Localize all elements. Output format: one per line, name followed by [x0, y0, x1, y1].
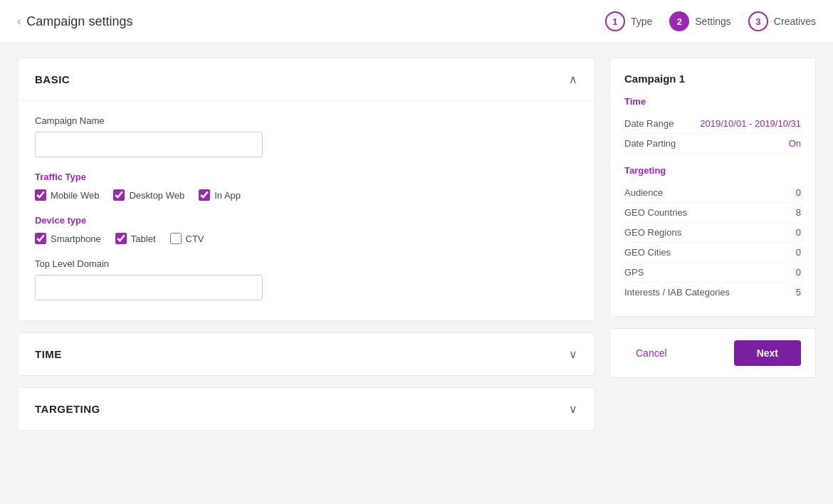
summary-card: Campaign 1 Time Date Range 2019/10/01 - …	[609, 58, 816, 317]
basic-section-body: Campaign Name Traffic Type Mobile Web De…	[18, 101, 594, 320]
basic-section: BASIC ∧ Campaign Name Traffic Type Mobil…	[17, 58, 595, 321]
basic-section-header[interactable]: BASIC ∧	[18, 58, 594, 101]
summary-date-range-key: Date Range	[624, 118, 674, 129]
page: ‹ Campaign settings 1 Type 2 Settings	[0, 0, 833, 504]
basic-chevron-up-icon: ∧	[569, 73, 577, 86]
summary-date-range-row: Date Range 2019/10/01 - 2019/10/31	[624, 114, 801, 134]
summary-geo-regions-row: GEO Regions 0	[624, 223, 801, 243]
traffic-type-in-app[interactable]: In App	[199, 189, 241, 201]
step-3[interactable]: 3 Creatives	[748, 11, 816, 31]
time-chevron-down-icon: ∨	[569, 347, 577, 361]
time-section-title: TIME	[35, 348, 62, 360]
time-section: TIME ∨	[17, 332, 595, 376]
mobile-web-label: Mobile Web	[51, 190, 99, 201]
step-3-circle: 3	[748, 11, 768, 31]
summary-iab-key: Interests / IAB Categories	[624, 287, 730, 298]
step-2-label: Settings	[695, 16, 731, 27]
summary-gps-value: 0	[796, 267, 801, 278]
next-button[interactable]: Next	[734, 340, 801, 366]
summary-audience-key: Audience	[624, 187, 663, 198]
step-1-label: Type	[631, 16, 652, 27]
in-app-checkbox[interactable]	[199, 189, 210, 201]
step-2[interactable]: 2 Settings	[669, 11, 731, 31]
right-panel: Campaign 1 Time Date Range 2019/10/01 - …	[609, 58, 816, 490]
campaign-name-label: Campaign Name	[35, 115, 577, 126]
targeting-section-header[interactable]: TARGETING ∨	[18, 388, 594, 430]
action-card: Cancel Next	[609, 328, 816, 378]
top-level-domain-input[interactable]	[35, 275, 263, 300]
step-1[interactable]: 1 Type	[605, 11, 652, 31]
back-button[interactable]: ‹	[17, 15, 21, 28]
top-level-domain-field: Top Level Domain	[35, 258, 577, 300]
tablet-label: Tablet	[131, 233, 156, 244]
summary-iab-row: Interests / IAB Categories 5	[624, 283, 801, 302]
summary-gps-row: GPS 0	[624, 263, 801, 283]
page-title: Campaign settings	[26, 14, 132, 29]
summary-date-parting-key: Date Parting	[624, 138, 676, 149]
summary-date-parting-value: On	[789, 138, 801, 149]
header: ‹ Campaign settings 1 Type 2 Settings	[0, 0, 833, 43]
summary-geo-countries-row: GEO Countries 8	[624, 203, 801, 223]
steps-nav: 1 Type 2 Settings 3 Creatives	[605, 11, 816, 31]
time-section-header[interactable]: TIME ∨	[18, 333, 594, 375]
summary-targeting-label: Targeting	[624, 165, 801, 176]
summary-audience-value: 0	[796, 187, 801, 198]
summary-geo-cities-key: GEO Cities	[624, 247, 671, 258]
summary-geo-cities-value: 0	[796, 247, 801, 258]
ctv-checkbox[interactable]	[170, 233, 182, 244]
mobile-web-checkbox[interactable]	[35, 189, 46, 201]
device-type-group: Smartphone Tablet CTV	[35, 233, 577, 244]
summary-time-label: Time	[624, 96, 801, 107]
device-type-label: Device type	[35, 215, 577, 226]
header-left: ‹ Campaign settings	[17, 14, 132, 29]
main-content: BASIC ∧ Campaign Name Traffic Type Mobil…	[0, 43, 833, 504]
summary-geo-countries-key: GEO Countries	[624, 207, 687, 218]
in-app-label: In App	[214, 190, 241, 201]
traffic-type-desktop-web[interactable]: Desktop Web	[113, 189, 184, 201]
traffic-type-group: Mobile Web Desktop Web In App	[35, 189, 577, 201]
summary-gps-key: GPS	[624, 267, 644, 278]
ctv-label: CTV	[186, 233, 204, 244]
targeting-section: TARGETING ∨	[17, 387, 595, 431]
summary-audience-row: Audience 0	[624, 183, 801, 203]
traffic-type-label: Traffic Type	[35, 172, 577, 182]
desktop-web-label: Desktop Web	[129, 190, 184, 201]
summary-date-parting-row: Date Parting On	[624, 134, 801, 154]
smartphone-label: Smartphone	[51, 233, 101, 244]
tablet-checkbox[interactable]	[115, 233, 127, 244]
campaign-name-input[interactable]	[35, 132, 263, 157]
cancel-button[interactable]: Cancel	[624, 340, 679, 366]
device-type-tablet[interactable]: Tablet	[115, 233, 156, 244]
summary-geo-countries-value: 8	[796, 207, 801, 218]
targeting-chevron-down-icon: ∨	[569, 402, 577, 416]
summary-geo-cities-row: GEO Cities 0	[624, 243, 801, 263]
step-2-circle: 2	[669, 11, 689, 31]
step-1-circle: 1	[605, 11, 625, 31]
smartphone-checkbox[interactable]	[35, 233, 46, 244]
step-3-label: Creatives	[774, 16, 816, 27]
traffic-type-mobile-web[interactable]: Mobile Web	[35, 189, 99, 201]
top-level-domain-label: Top Level Domain	[35, 258, 577, 269]
targeting-section-title: TARGETING	[35, 403, 100, 415]
summary-campaign-title: Campaign 1	[624, 73, 801, 85]
summary-date-range-value: 2019/10/01 - 2019/10/31	[700, 118, 801, 129]
desktop-web-checkbox[interactable]	[113, 189, 125, 201]
summary-geo-regions-value: 0	[796, 227, 801, 238]
summary-geo-regions-key: GEO Regions	[624, 227, 681, 238]
summary-iab-value: 5	[796, 287, 801, 298]
device-type-ctv[interactable]: CTV	[170, 233, 204, 244]
left-panel: BASIC ∧ Campaign Name Traffic Type Mobil…	[17, 58, 595, 490]
basic-section-title: BASIC	[35, 73, 70, 85]
device-type-smartphone[interactable]: Smartphone	[35, 233, 101, 244]
